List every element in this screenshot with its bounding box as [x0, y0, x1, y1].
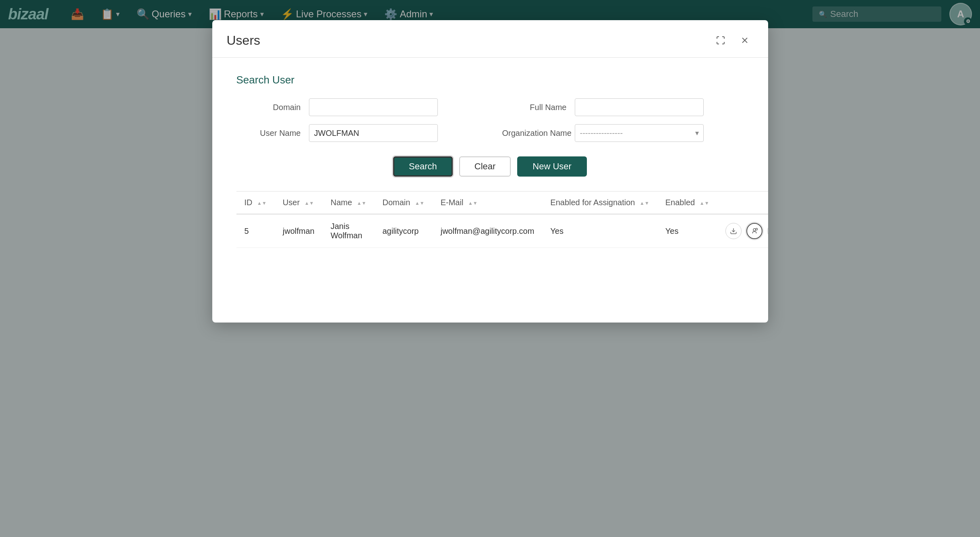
new-user-button[interactable]: New User [517, 156, 587, 177]
search-form: Domain Full Name User Name Orga [236, 98, 744, 142]
sort-enabled-icon[interactable]: ▲▼ [700, 200, 709, 206]
org-name-field: Organization Name ---------------- ▾ [502, 124, 744, 142]
col-enabled: Enabled ▲▼ [657, 191, 717, 214]
org-name-select-wrapper: ---------------- ▾ [575, 124, 704, 142]
sort-name-icon[interactable]: ▲▼ [357, 200, 367, 206]
table-header: ID ▲▼ User ▲▼ Name ▲▼ Domain [236, 191, 768, 214]
clear-button[interactable]: Clear [459, 156, 511, 177]
search-section-title: Search User [236, 74, 744, 86]
table-header-row: ID ▲▼ User ▲▼ Name ▲▼ Domain [236, 191, 768, 214]
domain-field: Domain [236, 98, 478, 116]
close-button[interactable] [736, 31, 754, 49]
org-name-label: Organization Name [502, 129, 567, 138]
username-label: User Name [236, 129, 301, 138]
cell-actions [717, 214, 768, 248]
sort-email-icon[interactable]: ▲▼ [468, 200, 478, 206]
full-name-field: Full Name [502, 98, 744, 116]
svg-point-4 [756, 228, 758, 230]
username-field: User Name [236, 124, 478, 142]
full-name-input[interactable] [575, 98, 704, 116]
form-row-1: Domain Full Name [236, 98, 744, 116]
modal-header: Users [212, 20, 768, 58]
table-body: 5 jwolfman Janis Wolfman agilitycorp jwo… [236, 214, 768, 248]
col-name: Name ▲▼ [323, 191, 375, 214]
domain-label: Domain [236, 103, 301, 112]
sort-id-icon[interactable]: ▲▼ [257, 200, 267, 206]
form-buttons: Search Clear New User [236, 156, 744, 177]
modal-body: Search User Domain Full Name [212, 58, 768, 264]
full-name-label: Full Name [502, 103, 567, 112]
col-user: User ▲▼ [275, 191, 323, 214]
cell-user: jwolfman [275, 214, 323, 248]
cell-email: jwolfman@agilitycorp.com [433, 214, 543, 248]
modal-title: Users [227, 33, 261, 48]
form-row-2: User Name Organization Name ------------… [236, 124, 744, 142]
sort-user-icon[interactable]: ▲▼ [305, 200, 314, 206]
cell-id: 5 [236, 214, 275, 248]
results-table: ID ▲▼ User ▲▼ Name ▲▼ Domain [236, 191, 768, 248]
table-row: 5 jwolfman Janis Wolfman agilitycorp jwo… [236, 214, 768, 248]
col-id: ID ▲▼ [236, 191, 275, 214]
username-input[interactable] [309, 124, 438, 142]
sort-domain-icon[interactable]: ▲▼ [415, 200, 425, 206]
org-name-select[interactable]: ---------------- [575, 124, 704, 142]
modal-overlay: Users Search User [0, 0, 980, 537]
user-settings-button[interactable] [746, 223, 762, 239]
svg-point-3 [753, 229, 756, 231]
cell-domain: agilitycorp [374, 214, 432, 248]
download-button[interactable] [725, 223, 742, 239]
col-domain: Domain ▲▼ [374, 191, 432, 214]
users-modal: Users Search User [212, 20, 768, 323]
sort-assignation-icon[interactable]: ▲▼ [640, 200, 649, 206]
cell-enabled: Yes [657, 214, 717, 248]
col-actions [717, 191, 768, 214]
modal-header-actions [712, 31, 754, 49]
domain-input[interactable] [309, 98, 438, 116]
expand-button[interactable] [712, 31, 729, 49]
cell-name: Janis Wolfman [323, 214, 375, 248]
row-actions [725, 223, 768, 239]
col-email: E-Mail ▲▼ [433, 191, 543, 214]
cell-enabled-assignation: Yes [542, 214, 657, 248]
edit-button[interactable] [767, 223, 768, 239]
col-enabled-assignation: Enabled for Assignation ▲▼ [542, 191, 657, 214]
search-button[interactable]: Search [393, 156, 453, 177]
